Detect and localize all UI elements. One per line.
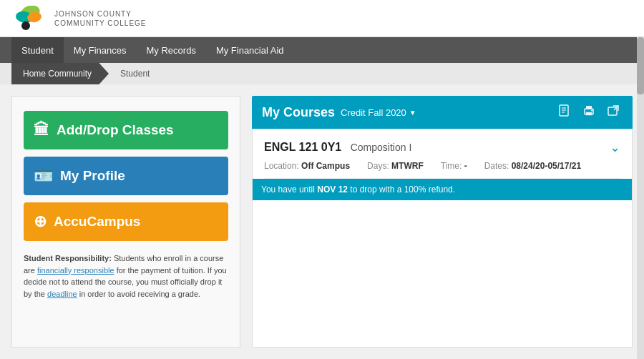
dates-value: 08/24/20-05/17/21 (512, 161, 581, 171)
location-value: Off Campus (301, 161, 350, 171)
left-panel: 🏛 Add/Drop Classes 🪪 My Profile ⊕ AccuCa… (11, 96, 240, 348)
course-notice: You have until NOV 12 to drop with a 100… (253, 179, 632, 200)
course-title-row: ENGL 121 0Y1 Composition I ⌄ (264, 139, 620, 155)
college-name: Johnson County Community College (54, 9, 147, 28)
expand-icon[interactable]: ⌄ (610, 139, 620, 155)
time-label: Time: (441, 161, 462, 171)
location-detail: Location: Off Campus (264, 161, 350, 171)
add-drop-label: Add/Drop Classes (57, 122, 174, 138)
responsibility-heading: Student Responsibility: (24, 254, 112, 262)
nav-item-finances[interactable]: My Finances (64, 37, 137, 63)
right-panel: My Courses Credit Fall 2020 ▼ (252, 96, 633, 348)
days-value: MTWRF (391, 161, 424, 171)
nav-item-records[interactable]: My Records (137, 37, 206, 63)
days-detail: Days: MTWRF (367, 161, 424, 171)
time-detail: Time: - (441, 161, 467, 171)
svg-rect-10 (586, 106, 592, 109)
courses-actions (555, 103, 623, 122)
location-label: Location: (264, 161, 299, 171)
deadline-link[interactable]: deadline (47, 290, 77, 298)
college-name-line1: Johnson County (54, 9, 147, 19)
courses-body: ENGL 121 0Y1 Composition I ⌄ Location: O… (252, 129, 633, 348)
add-drop-button[interactable]: 🏛 Add/Drop Classes (24, 111, 228, 149)
scrollbar-thumb[interactable] (637, 37, 644, 94)
college-name-line2: Community College (54, 19, 147, 28)
external-link-icon[interactable] (604, 103, 623, 122)
logo-icon (11, 6, 49, 31)
course-card: ENGL 121 0Y1 Composition I ⌄ Location: O… (253, 129, 632, 179)
header: Johnson County Community College (0, 0, 644, 37)
chevron-down-icon: ▼ (409, 109, 416, 117)
notice-prefix: You have until (261, 185, 317, 195)
dates-detail: Dates: 08/24/20-05/17/21 (484, 161, 581, 171)
my-profile-label: My Profile (60, 168, 125, 184)
main-content: 🏛 Add/Drop Classes 🪪 My Profile ⊕ AccuCa… (0, 84, 644, 359)
breadcrumb-current: Student (109, 69, 158, 79)
course-details: Location: Off Campus Days: MTWRF Time: -… (264, 161, 620, 179)
financially-responsible-link[interactable]: financially responsible (37, 266, 114, 275)
logo-container: Johnson County Community College (11, 6, 147, 31)
semester-selector[interactable]: Credit Fall 2020 ▼ (341, 107, 416, 118)
accucampus-button[interactable]: ⊕ AccuCampus (24, 202, 228, 241)
courses-header: My Courses Credit Fall 2020 ▼ (252, 96, 633, 129)
notice-date: NOV 12 (317, 185, 348, 195)
scrollbar-track (637, 37, 644, 359)
building-icon: 🏛 (34, 121, 49, 139)
student-responsibility-text: Student Responsibility: Students who enr… (24, 252, 228, 300)
notice-suffix: to drop with a 100% refund. (348, 185, 455, 195)
days-label: Days: (367, 161, 389, 171)
nav-item-student[interactable]: Student (11, 37, 64, 63)
breadcrumb-home[interactable]: Home Community (11, 63, 109, 84)
accucampus-icon: ⊕ (34, 212, 47, 231)
course-info: ENGL 121 0Y1 Composition I (264, 141, 411, 154)
svg-point-12 (591, 110, 592, 112)
svg-rect-11 (586, 112, 592, 115)
print-icon[interactable] (580, 103, 598, 122)
course-code: ENGL 121 0Y1 (264, 141, 341, 153)
time-value: - (464, 161, 467, 171)
nav-item-financial-aid[interactable]: My Financial Aid (206, 37, 294, 63)
courses-title: My Courses (262, 105, 335, 120)
my-profile-button[interactable]: 🪪 My Profile (24, 157, 228, 195)
responsibility-body3: in order to avoid receiving a grade. (77, 290, 200, 298)
dates-label: Dates: (484, 161, 509, 171)
svg-rect-4 (24, 21, 28, 27)
course-name: Composition I (351, 142, 412, 153)
notes-icon[interactable] (555, 103, 574, 122)
profile-icon: 🪪 (34, 167, 53, 185)
semester-label: Credit Fall 2020 (341, 107, 406, 118)
nav-bar: Student My Finances My Records My Financ… (0, 37, 644, 63)
svg-line-14 (614, 106, 618, 110)
accucampus-label: AccuCampus (54, 214, 140, 230)
breadcrumb: Home Community Student (0, 63, 644, 84)
